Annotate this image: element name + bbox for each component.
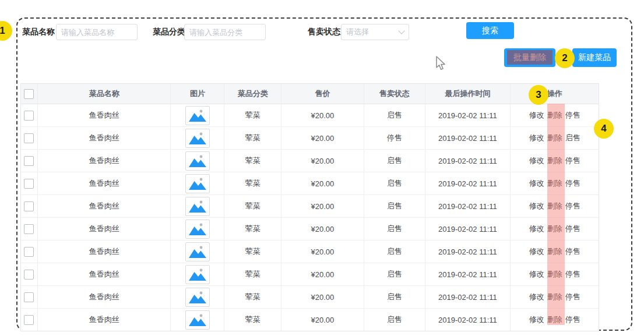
edit-action[interactable]: 修改 (529, 292, 544, 302)
delete-action[interactable]: 删除 (547, 292, 562, 302)
dish-name-cell: 鱼香肉丝 (38, 150, 171, 172)
row-select-cell (21, 104, 38, 126)
dish-actions-cell: 修改 删除 停售 (511, 309, 599, 331)
dish-status-cell: 启售 (364, 309, 425, 331)
delete-action[interactable]: 删除 (547, 133, 562, 143)
dish-price-cell: ¥20.00 (281, 150, 364, 172)
sale-status-placeholder: 请选择 (346, 27, 369, 37)
image-placeholder-icon (189, 291, 206, 303)
delete-action[interactable]: 删除 (547, 269, 562, 280)
new-dish-button[interactable]: 新建菜品 (572, 48, 617, 67)
toggle-sale-action[interactable]: 停售 (565, 110, 580, 121)
row-checkbox[interactable] (24, 133, 34, 143)
toggle-sale-action[interactable]: 停售 (565, 314, 580, 325)
image-placeholder-icon (189, 245, 206, 258)
dish-image-thumbnail (185, 220, 210, 239)
dish-category-cell: 荤菜 (224, 218, 281, 240)
dish-actions-cell: 修改 删除 停售 (511, 150, 599, 172)
dish-image-thumbnail (185, 310, 210, 330)
delete-action[interactable]: 删除 (547, 246, 562, 257)
row-checkbox[interactable] (24, 315, 34, 325)
edit-action[interactable]: 修改 (529, 269, 544, 280)
row-checkbox[interactable] (24, 201, 34, 211)
table-body: 鱼香肉丝 荤菜 ¥20.00 启售 2019-02-02 11:11 修改 删除… (21, 104, 599, 331)
dish-image-cell (171, 240, 224, 263)
delete-action[interactable]: 删除 (547, 314, 562, 325)
image-placeholder-icon (189, 132, 206, 144)
dish-status-cell: 启售 (364, 286, 425, 308)
row-checkbox[interactable] (24, 156, 34, 166)
dish-category-label: 菜品分类 (153, 27, 185, 37)
dish-image-cell (171, 150, 224, 172)
sale-status-label: 售卖状态 (308, 27, 340, 37)
dish-name-input[interactable] (56, 24, 138, 40)
dish-price-cell: ¥20.00 (281, 286, 364, 308)
dish-name-label: 菜品名称 (22, 27, 55, 37)
row-checkbox[interactable] (24, 179, 34, 189)
dish-status-cell: 启售 (364, 218, 425, 240)
header-time: 最后操作时间 (425, 84, 511, 104)
toggle-sale-action[interactable]: 停售 (565, 269, 580, 280)
toggle-sale-action[interactable]: 启售 (565, 133, 580, 143)
row-checkbox[interactable] (24, 247, 34, 257)
dish-category-cell: 荤菜 (224, 309, 281, 331)
table-row: 鱼香肉丝 荤菜 ¥20.00 启售 2019-02-02 11:11 修改 删除… (21, 286, 599, 309)
select-all-checkbox[interactable] (24, 89, 34, 99)
delete-action[interactable]: 删除 (547, 224, 562, 234)
dish-status-cell: 启售 (364, 240, 425, 263)
sale-status-select[interactable]: 请选择 (341, 24, 409, 40)
dish-time-cell: 2019-02-02 11:11 (425, 172, 511, 194)
table-row: 鱼香肉丝 荤菜 ¥20.00 启售 2019-02-02 11:11 修改 删除… (21, 240, 599, 263)
annotation-badge-2: 2 (555, 48, 575, 68)
toggle-sale-action[interactable]: 停售 (565, 201, 580, 211)
row-checkbox[interactable] (24, 270, 34, 280)
dish-image-cell (171, 172, 224, 194)
row-select-cell (21, 218, 38, 240)
toggle-sale-action[interactable]: 停售 (565, 178, 580, 189)
dish-status-cell: 停售 (364, 127, 425, 149)
edit-action[interactable]: 修改 (529, 201, 544, 211)
dish-status-cell: 启售 (364, 150, 425, 172)
header-dish-name: 菜品名称 (38, 84, 171, 104)
delete-action[interactable]: 删除 (547, 201, 562, 211)
dish-image-cell (171, 263, 224, 285)
delete-action[interactable]: 删除 (547, 110, 562, 121)
image-placeholder-icon (189, 268, 206, 281)
edit-action[interactable]: 修改 (529, 155, 544, 166)
dish-price-cell: ¥20.00 (281, 172, 364, 194)
dish-time-cell: 2019-02-02 11:11 (425, 286, 511, 308)
edit-action[interactable]: 修改 (529, 314, 544, 325)
dish-category-cell: 荤菜 (224, 150, 281, 172)
dish-price-cell: ¥20.00 (281, 240, 364, 263)
dish-time-cell: 2019-02-02 11:11 (425, 127, 511, 149)
row-checkbox[interactable] (24, 292, 34, 302)
edit-action[interactable]: 修改 (529, 224, 544, 234)
edit-action[interactable]: 修改 (529, 110, 544, 121)
search-button[interactable]: 搜索 (466, 22, 514, 39)
table-row: 鱼香肉丝 荤菜 ¥20.00 启售 2019-02-02 11:11 修改 删除… (21, 195, 599, 218)
dish-management-page: { "filters": { "name_label": "菜品名称", "na… (0, 0, 644, 336)
table-row: 鱼香肉丝 荤菜 ¥20.00 停售 2019-02-02 11:11 修改 删除… (21, 127, 599, 150)
delete-action[interactable]: 删除 (547, 178, 562, 189)
table-row: 鱼香肉丝 荤菜 ¥20.00 启售 2019-02-02 11:11 修改 删除… (21, 309, 599, 331)
dish-category-cell: 荤菜 (224, 240, 281, 263)
dish-category-input[interactable] (184, 24, 266, 40)
dish-actions-cell: 修改 删除 停售 (511, 104, 599, 126)
dish-category-cell: 荤菜 (224, 286, 281, 308)
table-row: 鱼香肉丝 荤菜 ¥20.00 启售 2019-02-02 11:11 修改 删除… (21, 172, 599, 195)
toggle-sale-action[interactable]: 停售 (565, 246, 580, 257)
batch-delete-button[interactable]: 批量删除 (504, 48, 555, 67)
dish-category-cell: 荤菜 (224, 263, 281, 285)
header-status: 售卖状态 (364, 84, 425, 104)
row-checkbox[interactable] (24, 111, 34, 121)
toggle-sale-action[interactable]: 停售 (565, 292, 580, 302)
toggle-sale-action[interactable]: 停售 (565, 155, 580, 166)
delete-action[interactable]: 删除 (547, 155, 562, 166)
header-category: 菜品分类 (224, 84, 281, 104)
edit-action[interactable]: 修改 (529, 178, 544, 189)
edit-action[interactable]: 修改 (529, 133, 544, 143)
toggle-sale-action[interactable]: 停售 (565, 224, 580, 234)
edit-action[interactable]: 修改 (529, 246, 544, 257)
header-select-all-cell (21, 84, 38, 104)
row-checkbox[interactable] (24, 224, 34, 234)
